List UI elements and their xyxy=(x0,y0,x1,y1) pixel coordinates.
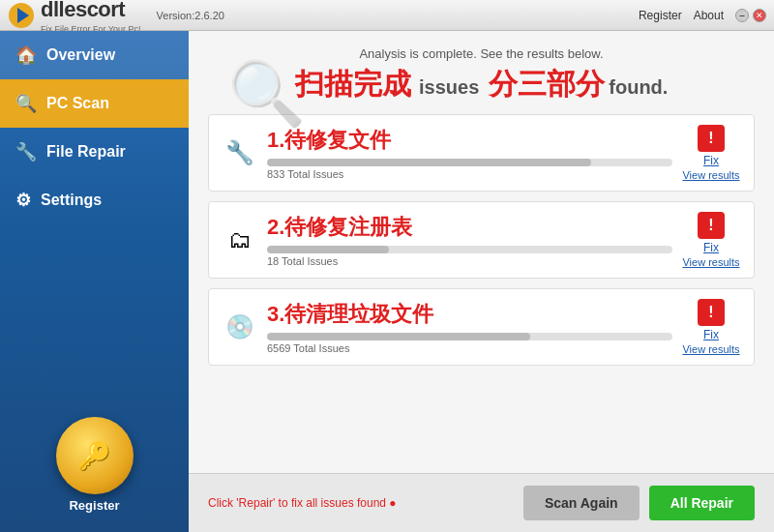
result-count-disk: 6569 Total Issues xyxy=(267,342,672,354)
registry-icon: 🗂 xyxy=(223,222,257,257)
sidebar-item-settings[interactable]: ⚙ Settings xyxy=(0,176,189,224)
sidebar-item-pc-scan[interactable]: 🔍 PC Scan xyxy=(0,79,189,128)
result-actions-file-repair: ! Fix View results xyxy=(682,125,740,181)
sidebar-item-file-repair-label: File Repair xyxy=(46,143,126,161)
warning-icon-file-repair: ! xyxy=(698,125,725,152)
app-logo-icon xyxy=(8,2,35,29)
progress-bar-disk xyxy=(267,333,672,340)
bottom-buttons: Scan Again All Repair xyxy=(523,486,755,520)
title-bar: dllescort Fix File Error For Your Pc! Ve… xyxy=(0,0,774,31)
repair-hint-text: Click 'Repair' to fix all issues found xyxy=(208,496,386,510)
fix-link-file-repair[interactable]: Fix xyxy=(703,154,719,167)
all-repair-button[interactable]: All Repair xyxy=(649,486,755,520)
window-controls: – ✕ xyxy=(735,9,766,22)
result-info-disk: 3.待清理垃圾文件 6569 Total Issues xyxy=(267,300,672,354)
result-title-registry: 2.待修复注册表 xyxy=(267,213,672,242)
view-results-file-repair[interactable]: View results xyxy=(682,169,739,181)
progress-bar-file-repair xyxy=(267,159,672,166)
search-icon: 🔍 xyxy=(15,93,37,114)
fix-link-disk[interactable]: Fix xyxy=(703,328,719,341)
result-actions-registry: ! Fix View results xyxy=(682,212,740,268)
scan-complete-text: 扫描完成 xyxy=(295,68,411,100)
progress-fill-file-repair xyxy=(267,159,591,166)
result-count-file-repair: 833 Total Issues xyxy=(267,168,672,180)
sidebar-item-settings-label: Settings xyxy=(41,192,102,209)
home-icon: 🏠 xyxy=(15,44,37,66)
content-area: Analysis is complete. See the results be… xyxy=(189,31,774,532)
app-name-group: dllescort Fix File Error For Your Pc! xyxy=(41,0,141,34)
about-link[interactable]: About xyxy=(694,9,724,22)
sidebar-item-pc-scan-label: PC Scan xyxy=(46,95,109,112)
app-name: dllescort xyxy=(41,0,125,22)
result-item-disk: 💿 3.待清理垃圾文件 6569 Total Issues ! Fix View… xyxy=(208,288,755,366)
sidebar: 🏠 Overview 🔍 PC Scan 🔧 File Repair ⚙ Set… xyxy=(0,31,189,532)
result-count-registry: 18 Total Issues xyxy=(267,255,672,267)
repair-hint: Click 'Repair' to fix all issues found ● xyxy=(208,496,397,510)
progress-fill-registry xyxy=(267,246,389,253)
register-icon: 🔑 xyxy=(56,417,134,494)
bg-magnifier-icon: 🔍 xyxy=(227,57,306,131)
scan-again-button[interactable]: Scan Again xyxy=(523,486,640,520)
view-results-registry[interactable]: View results xyxy=(682,256,739,268)
result-title-disk: 3.待清理垃圾文件 xyxy=(267,300,672,329)
warning-icon-disk: ! xyxy=(698,299,725,326)
title-bar-right: Register About – ✕ xyxy=(639,9,766,22)
three-parts-text: 分三部分 xyxy=(489,68,605,100)
result-actions-disk: ! Fix View results xyxy=(682,299,740,355)
register-link[interactable]: Register xyxy=(639,9,682,22)
minimize-button[interactable]: – xyxy=(735,9,749,22)
close-button[interactable]: ✕ xyxy=(753,9,766,22)
result-title-file-repair: 1.待修复文件 xyxy=(267,126,672,155)
result-info-registry: 2.待修复注册表 18 Total Issues xyxy=(267,213,672,267)
found-label: found. xyxy=(609,76,668,98)
warning-icon-registry: ! xyxy=(698,212,725,239)
progress-fill-disk xyxy=(267,333,530,340)
sidebar-register[interactable]: 🔑 Register xyxy=(56,417,134,513)
sidebar-item-overview-label: Overview xyxy=(46,46,115,64)
bottom-bar: Click 'Repair' to fix all issues found ●… xyxy=(189,473,774,532)
title-bar-left: dllescort Fix File Error For Your Pc! Ve… xyxy=(8,0,224,34)
results-area: Analysis is complete. See the results be… xyxy=(189,31,774,473)
sidebar-item-file-repair[interactable]: 🔧 File Repair xyxy=(0,128,189,176)
progress-bar-registry xyxy=(267,246,672,253)
register-label: Register xyxy=(56,498,134,513)
scan-complete-banner: 🔍 扫描完成 issues 分三部分 found. xyxy=(208,65,755,104)
gear-icon: ⚙ xyxy=(15,190,31,211)
issues-label: issues xyxy=(419,76,485,98)
wrench-icon: 🔧 xyxy=(15,141,37,163)
disk-icon: 💿 xyxy=(223,310,257,344)
view-results-disk[interactable]: View results xyxy=(682,343,739,355)
result-item-registry: 🗂 2.待修复注册表 18 Total Issues ! Fix View re… xyxy=(208,201,755,279)
version-text: Version:2.6.20 xyxy=(157,10,224,21)
sidebar-item-overview[interactable]: 🏠 Overview xyxy=(0,31,189,79)
main-layout: 🏠 Overview 🔍 PC Scan 🔧 File Repair ⚙ Set… xyxy=(0,31,774,532)
repair-hint-dot: ● xyxy=(389,496,396,510)
fix-link-registry[interactable]: Fix xyxy=(703,241,719,254)
file-repair-icon: 🔧 xyxy=(223,135,257,170)
result-info-file-repair: 1.待修复文件 833 Total Issues xyxy=(267,126,672,180)
